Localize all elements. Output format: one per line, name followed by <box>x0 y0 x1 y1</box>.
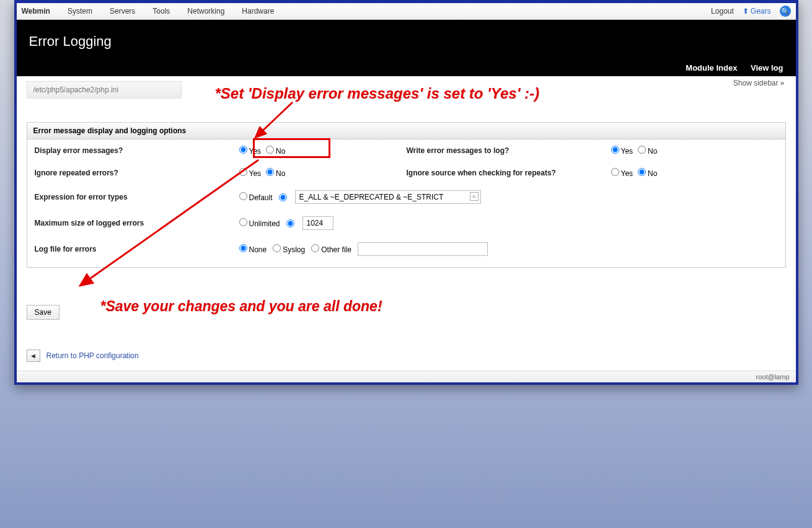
page-header: Error Logging Module Index View log <box>17 20 796 76</box>
panel-title: Error message display and logging option… <box>27 123 785 139</box>
module-index-link[interactable]: Module Index <box>686 63 737 73</box>
label-max-size: Maximum size of logged errors <box>35 219 239 227</box>
expr-picker-icon[interactable]: ≡ <box>470 192 479 201</box>
menu-webmin[interactable]: Webmin <box>22 7 50 15</box>
back-icon[interactable]: ◄ <box>27 350 40 362</box>
top-menu-bar: Webmin System Servers Tools Networking H… <box>17 3 796 20</box>
menu-tools[interactable]: Tools <box>152 7 170 15</box>
menu-servers[interactable]: Servers <box>110 7 135 15</box>
logfile-syslog[interactable]: Syslog <box>273 244 305 254</box>
menu-hardware[interactable]: Hardware <box>242 7 274 15</box>
expr-input[interactable] <box>295 190 481 204</box>
maxsize-custom-radio[interactable] <box>286 219 294 227</box>
footer-user: root@lamp <box>756 373 790 381</box>
label-ignore-repeated: Ignore repeated errors? <box>35 169 239 177</box>
display-errors-no[interactable]: No <box>266 146 285 156</box>
label-log-file: Log file for errors <box>35 245 239 253</box>
expr-custom-radio[interactable] <box>279 193 287 201</box>
footer: root@lamp <box>17 371 796 382</box>
search-icon[interactable]: 🔍 <box>780 6 791 17</box>
menu-system[interactable]: System <box>68 7 92 15</box>
gears-label: Gears <box>751 7 771 15</box>
expr-default[interactable]: Default <box>239 192 273 202</box>
gears-link[interactable]: ⬆ Gears <box>743 7 771 15</box>
page-title: Error Logging <box>29 33 783 50</box>
ignore-source-yes[interactable]: Yes <box>611 168 633 178</box>
return-link[interactable]: Return to PHP configuration <box>46 351 139 360</box>
save-button[interactable]: Save <box>27 305 60 320</box>
annotation-text-1: *Set 'Display error messages' is set to … <box>215 85 540 102</box>
logfile-none[interactable]: None <box>239 244 267 254</box>
up-arrow-icon: ⬆ <box>743 7 749 15</box>
display-errors-yes[interactable]: Yes <box>239 146 262 156</box>
logfile-other-input[interactable] <box>358 242 488 256</box>
menu-networking[interactable]: Networking <box>187 7 224 15</box>
label-display-errors: Display error messages? <box>35 146 239 155</box>
view-log-link[interactable]: View log <box>751 63 783 73</box>
write-log-no[interactable]: No <box>638 146 657 156</box>
label-expression: Expression for error types <box>35 193 239 201</box>
breadcrumb: /etc/php5/apache2/php.ini <box>27 81 182 99</box>
write-log-yes[interactable]: Yes <box>611 146 633 156</box>
label-write-log: Write error messages to log? <box>407 146 611 155</box>
maxsize-unlimited[interactable]: Unlimited <box>239 218 280 228</box>
label-ignore-source: Ignore source when checking for repeats? <box>407 169 611 177</box>
ignore-repeated-yes[interactable]: Yes <box>239 168 262 178</box>
show-sidebar-link[interactable]: Show sidebar » <box>733 79 785 87</box>
logout-link[interactable]: Logout <box>711 7 734 15</box>
ignore-repeated-no[interactable]: No <box>266 168 285 178</box>
ignore-source-no[interactable]: No <box>638 168 657 178</box>
options-panel: Error message display and logging option… <box>27 122 786 268</box>
logfile-other[interactable]: Other file <box>311 244 351 254</box>
maxsize-input[interactable] <box>302 216 333 230</box>
